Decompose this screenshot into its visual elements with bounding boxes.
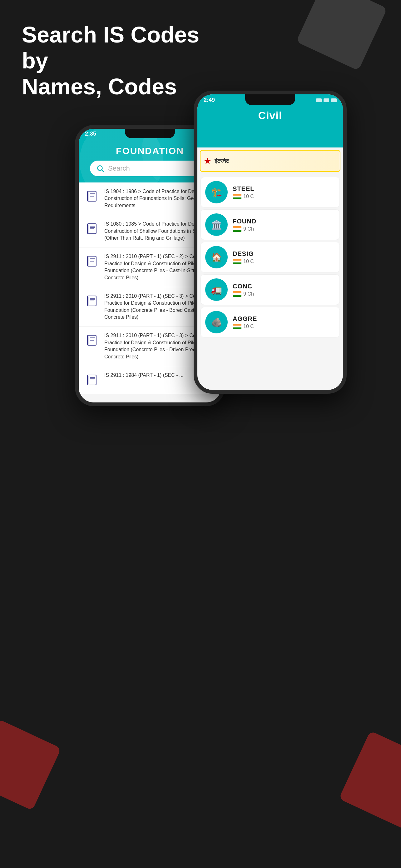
book-icon — [84, 221, 100, 237]
category-count: 10 C — [233, 259, 335, 264]
status-time-right: 2:49 — [204, 97, 215, 103]
svg-rect-13 — [89, 256, 89, 266]
banner-text: इंटरनेट — [214, 158, 229, 164]
category-icon: 🏠 — [205, 246, 228, 269]
svg-rect-8 — [89, 224, 89, 234]
phone-right-mockup: 2:49 Civil ★ इंटरनेट 🏗️ STEEL — [194, 91, 347, 394]
svg-rect-18 — [89, 296, 89, 306]
civil-title: Civil — [204, 110, 337, 122]
battery-icon-r — [331, 98, 337, 102]
category-icon: 🚛 — [205, 278, 228, 301]
count-text: 10 C — [243, 324, 254, 329]
category-count: 10 C — [233, 194, 335, 199]
india-flag-icon — [233, 259, 241, 264]
category-count: 9 Ch — [233, 291, 335, 297]
phone-right-status-bar: 2:49 — [204, 97, 337, 103]
decorative-shape-bottom-left — [0, 719, 61, 810]
india-flag-icon — [233, 324, 241, 329]
category-name: AGGRE — [233, 315, 335, 322]
book-icon — [84, 253, 100, 269]
decorative-shape-bottom-right — [339, 731, 401, 831]
decorative-shape-top — [296, 0, 387, 71]
status-icons-right — [316, 98, 337, 102]
category-icon: 🏗️ — [205, 181, 228, 204]
category-item[interactable]: 🏗️ STEEL 10 C — [201, 177, 340, 208]
category-info: FOUND 9 Ch — [233, 218, 335, 232]
category-item[interactable]: 🏛️ FOUND 9 Ch — [201, 209, 340, 240]
category-item[interactable]: 🪨 AGGRE 10 C — [201, 307, 340, 337]
count-text: 10 C — [243, 194, 254, 199]
phone-right-header: 2:49 Civil — [197, 94, 343, 148]
count-text: 10 C — [243, 259, 254, 264]
category-item[interactable]: 🚛 CONC 9 Ch — [201, 274, 340, 305]
category-count: 10 C — [233, 324, 335, 329]
count-text: 9 Ch — [243, 291, 254, 297]
internet-banner[interactable]: ★ इंटरनेट — [200, 150, 340, 172]
svg-line-1 — [102, 170, 103, 172]
category-name: STEEL — [233, 185, 335, 192]
category-name: CONC — [233, 283, 335, 290]
category-list: 🏗️ STEEL 10 C 🏛️ FOUND 9 — [197, 174, 343, 340]
category-name: DESIG — [233, 250, 335, 257]
search-placeholder: Search — [108, 164, 130, 173]
category-count: 9 Ch — [233, 226, 335, 232]
svg-rect-28 — [89, 375, 89, 385]
india-flag-icon — [233, 194, 241, 199]
book-icon — [84, 372, 100, 388]
star-icon: ★ — [204, 156, 211, 166]
search-bar[interactable]: Search — [90, 161, 210, 176]
category-info: CONC 9 Ch — [233, 283, 335, 297]
count-text: 9 Ch — [243, 226, 254, 232]
wifi-icon-r — [324, 98, 329, 102]
category-item[interactable]: 🏠 DESIG 10 C — [201, 242, 340, 273]
book-icon — [84, 332, 100, 348]
category-info: DESIG 10 C — [233, 250, 335, 264]
category-name: FOUND — [233, 218, 335, 225]
category-info: STEEL 10 C — [233, 185, 335, 199]
category-icon: 🪨 — [205, 311, 228, 333]
svg-rect-3 — [89, 191, 89, 201]
main-headline: Search IS Codes by Names, Codes — [22, 22, 225, 99]
india-flag-icon — [233, 226, 241, 232]
phone-right-screen: 2:49 Civil ★ इंटरनेट 🏗️ STEEL — [197, 94, 343, 390]
headline-line2: Names, Codes — [22, 74, 177, 99]
category-icon: 🏛️ — [205, 213, 228, 236]
india-flag-icon — [233, 291, 241, 297]
signal-icon-r — [316, 98, 322, 102]
book-icon — [84, 188, 100, 204]
category-info: AGGRE 10 C — [233, 315, 335, 329]
book-icon — [84, 293, 100, 309]
status-time-left: 2:35 — [85, 131, 96, 137]
headline-line1: Search IS Codes by — [22, 22, 199, 73]
svg-rect-23 — [89, 335, 89, 345]
search-icon — [96, 164, 104, 173]
